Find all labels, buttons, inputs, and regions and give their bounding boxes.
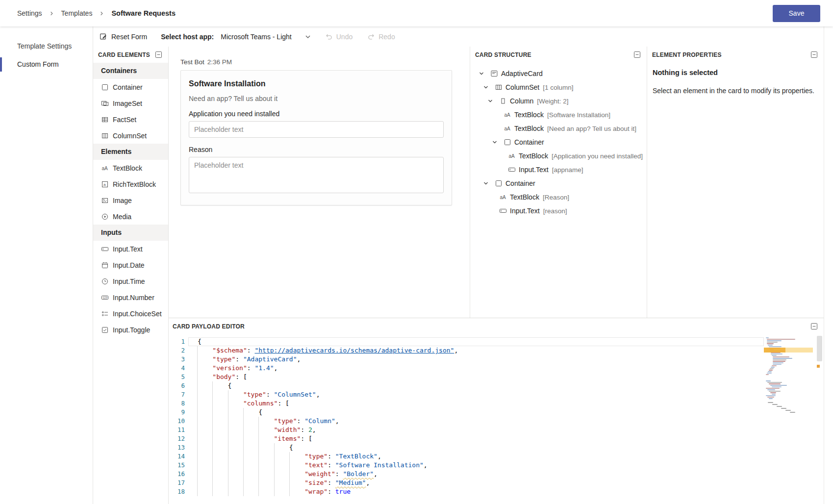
sidebar-item-custom-form[interactable]: Custom Form xyxy=(0,55,93,74)
code-line[interactable]: "version": "1.4", xyxy=(188,364,764,373)
undo-label: Undo xyxy=(336,33,353,41)
redo-button[interactable]: Redo xyxy=(367,33,395,41)
input-time-icon xyxy=(101,277,109,285)
code-line[interactable]: "size": "Medium", xyxy=(188,479,764,487)
palette-item-label: Image xyxy=(113,197,132,204)
chevron-down-icon[interactable] xyxy=(478,71,490,76)
image-icon xyxy=(101,197,109,204)
tree-node-container[interactable]: Container xyxy=(470,135,647,149)
code-line[interactable]: "type": "ColumnSet", xyxy=(188,390,764,399)
palette-item-input-text[interactable]: Input.Text xyxy=(93,241,168,257)
tree-node-label: TextBlock xyxy=(514,111,544,119)
code-line[interactable]: "width": 2, xyxy=(188,426,764,434)
undo-button[interactable]: Undo xyxy=(325,33,353,41)
line-number: 11 xyxy=(169,426,185,434)
tree-node-input-text[interactable]: Input.Text[appname] xyxy=(470,163,647,176)
code-line[interactable]: { xyxy=(188,381,764,390)
collapse-panel-icon[interactable] xyxy=(633,51,641,58)
app-name-input[interactable] xyxy=(189,121,444,138)
palette-item-media[interactable]: Media xyxy=(93,208,168,225)
collapse-panel-icon[interactable] xyxy=(810,51,818,58)
palette-item-container[interactable]: Container xyxy=(93,79,168,95)
palette-item-image[interactable]: Image xyxy=(93,192,168,208)
collapse-panel-icon[interactable] xyxy=(155,51,162,58)
palette-item-textblock[interactable]: aATextBlock xyxy=(93,160,168,176)
palette-item-label: Input.Toggle xyxy=(113,326,150,334)
chevron-down-icon[interactable] xyxy=(486,98,499,104)
tree-node-textblock[interactable]: aATextBlock[Software Installation] xyxy=(470,108,647,122)
adaptive-card-preview[interactable]: Software Installation Need an app? Tell … xyxy=(180,70,452,205)
designer-workspace: Test Bot2:36 PM Software Installation Ne… xyxy=(169,47,824,318)
settings-sidebar: Template Settings Custom Form xyxy=(0,26,93,504)
host-app-dropdown[interactable]: Microsoft Teams - Light xyxy=(221,33,311,41)
tree-node-adaptivecard[interactable]: AdaptiveCard xyxy=(470,67,647,80)
minimap-line xyxy=(773,361,785,362)
line-number: 12 xyxy=(169,434,185,443)
minimap[interactable] xyxy=(764,335,813,504)
code-line[interactable]: "items": [ xyxy=(188,434,764,443)
chevron-down-icon[interactable] xyxy=(482,84,495,90)
palette-item-input-number[interactable]: 123Input.Number xyxy=(93,289,168,305)
palette-item-input-time[interactable]: Input.Time xyxy=(93,273,168,289)
code-line[interactable]: "type": "TextBlock", xyxy=(188,452,764,461)
palette-item-richtextblock[interactable]: aRichTextBlock xyxy=(93,176,168,192)
tree-node-annotation: [Need an app? Tell us about it] xyxy=(547,125,636,132)
minimap-line xyxy=(770,368,774,369)
code-line[interactable]: { xyxy=(188,337,764,346)
palette-item-factset[interactable]: FactSet xyxy=(93,111,168,127)
palette-item-input-toggle[interactable]: Input.Toggle xyxy=(93,322,168,338)
scrollbar-thumb[interactable] xyxy=(817,336,822,361)
input-toggle-icon xyxy=(101,326,109,334)
code-line[interactable]: "$schema": "http://adaptivecards.io/sche… xyxy=(188,346,764,355)
minimap-line xyxy=(770,385,787,386)
code-line[interactable]: "weight": "Bolder", xyxy=(188,470,764,479)
input-number-icon: 123 xyxy=(101,294,109,302)
code-line[interactable]: "text": "Software Installation", xyxy=(188,461,764,470)
chevron-down-icon[interactable] xyxy=(491,139,504,145)
reason-input[interactable] xyxy=(189,157,444,193)
columnset-icon xyxy=(101,132,109,140)
sidebar-item-template-settings[interactable]: Template Settings xyxy=(0,37,93,55)
code-line[interactable]: "type": "AdaptiveCard", xyxy=(188,355,764,364)
textblock-icon: aA xyxy=(499,193,507,201)
code-line[interactable]: "type": "Column", xyxy=(188,417,764,426)
chevron-down-icon[interactable] xyxy=(482,180,495,186)
tree-node-textblock[interactable]: aATextBlock[Reason] xyxy=(470,190,647,204)
app-input-label: Application you need installed xyxy=(189,110,444,118)
code-line[interactable]: "body": [ xyxy=(188,373,764,381)
breadcrumb-settings[interactable]: Settings xyxy=(17,9,42,17)
line-number: 18 xyxy=(169,487,185,496)
container-icon xyxy=(101,83,109,91)
minimap-line xyxy=(767,343,774,344)
tree-node-label: AdaptiveCard xyxy=(501,70,543,77)
code-line[interactable]: { xyxy=(188,408,764,417)
minimap-highlight-strong xyxy=(764,348,785,353)
tree-node-annotation: [Software Installation] xyxy=(547,111,610,119)
svg-text:aA: aA xyxy=(505,126,511,131)
palette-item-imageset[interactable]: ImageSet xyxy=(93,95,168,111)
tree-node-column[interactable]: Column[Weight: 2] xyxy=(470,94,647,108)
palette-item-input-date[interactable]: Input.Date xyxy=(93,257,168,273)
palette-item-label: Container xyxy=(113,83,143,91)
save-button[interactable]: Save xyxy=(773,5,820,22)
code-editor[interactable]: 123456789101112131415161718 { "$schema":… xyxy=(169,334,824,504)
tree-node-container[interactable]: Container xyxy=(470,176,647,190)
palette-item-input-choiceset[interactable]: Input.ChoiceSet xyxy=(93,305,168,322)
minimap-line xyxy=(772,355,777,356)
tree-node-textblock[interactable]: aATextBlock[Need an app? Tell us about i… xyxy=(470,122,647,135)
minimap-line xyxy=(766,380,771,381)
reset-form-button[interactable]: Reset Form xyxy=(99,32,147,41)
code-line[interactable]: "columns": [ xyxy=(188,399,764,408)
tree-node-input-text[interactable]: Input.Text[reason] xyxy=(470,204,647,218)
tree-node-textblock[interactable]: aATextBlock[Application you need install… xyxy=(470,149,647,163)
collapse-panel-icon[interactable] xyxy=(810,323,818,330)
tree-node-columnset[interactable]: ColumnSet[1 column] xyxy=(470,80,647,94)
palette-item-label: Input.Text xyxy=(113,245,143,253)
breadcrumb-templates[interactable]: Templates xyxy=(61,9,93,17)
minimap-line xyxy=(772,404,778,405)
line-number: 5 xyxy=(169,373,185,381)
palette-item-columnset[interactable]: ColumnSet xyxy=(93,127,168,144)
code-line[interactable]: "wrap": true xyxy=(188,487,764,496)
line-number: 6 xyxy=(169,381,185,390)
code-line[interactable]: { xyxy=(188,443,764,452)
